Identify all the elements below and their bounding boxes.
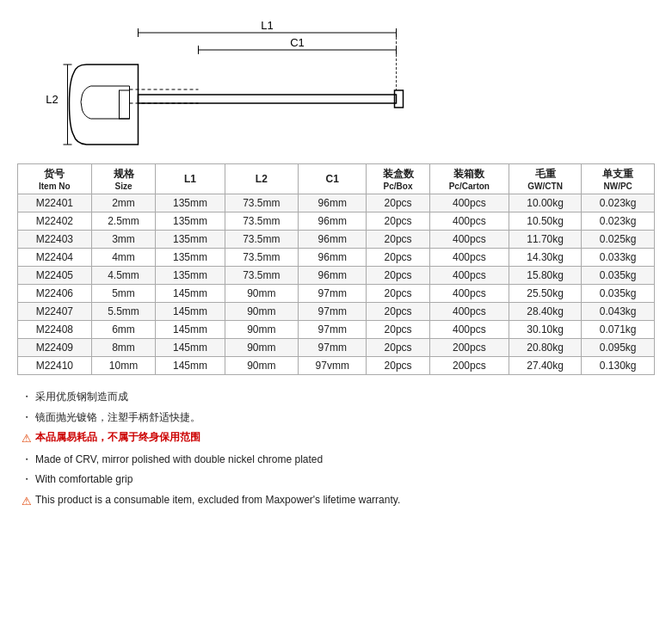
table-row: M224086mm145mm90mm97mm20pcs400pcs30.10kg… <box>18 321 655 339</box>
table-cell: 400pcs <box>429 231 509 249</box>
table-cell: 400pcs <box>429 249 509 267</box>
table-cell: 400pcs <box>429 194 509 212</box>
table-cell: 135mm <box>156 267 225 285</box>
table-cell: 6mm <box>91 321 156 339</box>
table-cell: 73.5mm <box>225 249 299 267</box>
table-cell: 145mm <box>156 339 225 357</box>
table-body: M224012mm135mm73.5mm96mm20pcs400pcs10.00… <box>18 194 655 375</box>
note-3-warning: ⚠ 本品属易耗品，不属于终身保用范围 <box>22 428 650 448</box>
table-cell: M22410 <box>18 357 92 375</box>
table-row: M224022.5mm135mm73.5mm96mm20pcs400pcs10.… <box>18 212 655 231</box>
note-4: ・ Made of CRV, mirror polished with doub… <box>22 451 650 470</box>
table-cell: 73.5mm <box>225 212 299 231</box>
table-cell: 15.80kg <box>509 267 582 285</box>
table-cell: M22407 <box>18 303 92 321</box>
table-cell: 11.70kg <box>509 231 582 249</box>
table-cell: 145mm <box>156 303 225 321</box>
table-cell: 90mm <box>225 357 299 375</box>
table-cell: 200pcs <box>429 357 509 375</box>
table-cell: 73.5mm <box>225 194 299 212</box>
table-cell: 25.50kg <box>509 285 582 303</box>
table-cell: 96mm <box>299 194 367 212</box>
table-cell: 200pcs <box>429 339 509 357</box>
col-header-l2: L2 <box>225 164 299 194</box>
table-cell: 4mm <box>91 249 156 267</box>
note-1: ・ 采用优质钢制造而成 <box>22 388 650 407</box>
table-cell: 90mm <box>225 303 299 321</box>
table-cell: 135mm <box>156 194 225 212</box>
table-cell: 10mm <box>91 357 156 375</box>
table-cell: 400pcs <box>429 303 509 321</box>
table-cell: 10.50kg <box>509 212 582 231</box>
table-cell: 14.30kg <box>509 249 582 267</box>
table-cell: 97mm <box>299 285 367 303</box>
table-cell: 0.025kg <box>582 231 655 249</box>
diagram-section: L1 C1 L2 <box>0 0 672 163</box>
warning-icon-2: ⚠ <box>22 491 32 511</box>
table-cell: 97mm <box>299 321 367 339</box>
col-header-size: 规格 Size <box>91 164 156 194</box>
table-cell: 96mm <box>299 231 367 249</box>
table-cell: 3mm <box>91 231 156 249</box>
table-cell: M22403 <box>18 231 92 249</box>
col-header-pc-box: 装盒数 Pc/Box <box>367 164 430 194</box>
table-cell: 97vmm <box>299 357 367 375</box>
table-cell: 30.10kg <box>509 321 582 339</box>
table-cell: 145mm <box>156 285 225 303</box>
table-cell: 96mm <box>299 212 367 231</box>
table-cell: 0.035kg <box>582 285 655 303</box>
table-cell: 20pcs <box>367 339 430 357</box>
table-cell: 0.035kg <box>582 267 655 285</box>
table-cell: 20pcs <box>367 303 430 321</box>
table-row: M224054.5mm135mm73.5mm96mm20pcs400pcs15.… <box>18 267 655 285</box>
table-cell: 20pcs <box>367 321 430 339</box>
table-cell: M22409 <box>18 339 92 357</box>
technical-diagram: L1 C1 L2 <box>26 17 646 163</box>
table-cell: 8mm <box>91 339 156 357</box>
table-row: M224012mm135mm73.5mm96mm20pcs400pcs10.00… <box>18 194 655 212</box>
table-cell: 96mm <box>299 267 367 285</box>
table-cell: 10.00kg <box>509 194 582 212</box>
table-cell: 0.071kg <box>582 321 655 339</box>
table-cell: 400pcs <box>429 212 509 231</box>
col-header-item-no: 货号 Item No <box>18 164 92 194</box>
table-cell: 5mm <box>91 285 156 303</box>
table-cell: 20pcs <box>367 212 430 231</box>
table-cell: 96mm <box>299 249 367 267</box>
table-cell: 0.130kg <box>582 357 655 375</box>
note-2: ・ 镜面抛光镀铬，注塑手柄舒适快捷。 <box>22 409 650 428</box>
table-cell: 135mm <box>156 249 225 267</box>
table-cell: 0.023kg <box>582 212 655 231</box>
table-header-row-1: 货号 Item No 规格 Size L1 L2 C1 装盒数 Pc/Box 装… <box>18 164 655 194</box>
table-cell: 20pcs <box>367 357 430 375</box>
table-row: M224075.5mm145mm90mm97mm20pcs400pcs28.40… <box>18 303 655 321</box>
table-cell: 400pcs <box>429 285 509 303</box>
table-row: M224065mm145mm90mm97mm20pcs400pcs25.50kg… <box>18 285 655 303</box>
table-cell: 20pcs <box>367 267 430 285</box>
table-cell: 400pcs <box>429 321 509 339</box>
svg-rect-12 <box>120 90 130 119</box>
table-cell: M22406 <box>18 285 92 303</box>
table-cell: 28.40kg <box>509 303 582 321</box>
note-6-warning-en: ⚠ This product is a consumable item, exc… <box>22 491 650 511</box>
data-table-section: 货号 Item No 规格 Size L1 L2 C1 装盒数 Pc/Box 装… <box>0 163 672 375</box>
table-cell: 400pcs <box>429 267 509 285</box>
table-cell: 20pcs <box>367 249 430 267</box>
col-header-nw: 单支重 NW/PC <box>582 164 655 194</box>
table-cell: 135mm <box>156 212 225 231</box>
table-cell: 20pcs <box>367 231 430 249</box>
specs-table: 货号 Item No 规格 Size L1 L2 C1 装盒数 Pc/Box 装… <box>17 163 655 375</box>
col-header-l1: L1 <box>156 164 225 194</box>
table-cell: 73.5mm <box>225 231 299 249</box>
table-cell: 145mm <box>156 357 225 375</box>
table-cell: 27.40kg <box>509 357 582 375</box>
table-cell: 0.095kg <box>582 339 655 357</box>
svg-rect-15 <box>139 95 397 103</box>
table-cell: M22408 <box>18 321 92 339</box>
table-cell: M22405 <box>18 267 92 285</box>
table-row: M2241010mm145mm90mm97vmm20pcs200pcs27.40… <box>18 357 655 375</box>
table-cell: 90mm <box>225 339 299 357</box>
table-cell: M22404 <box>18 249 92 267</box>
col-header-gw: 毛重 GW/CTN <box>509 164 582 194</box>
table-row: M224098mm145mm90mm97mm20pcs200pcs20.80kg… <box>18 339 655 357</box>
